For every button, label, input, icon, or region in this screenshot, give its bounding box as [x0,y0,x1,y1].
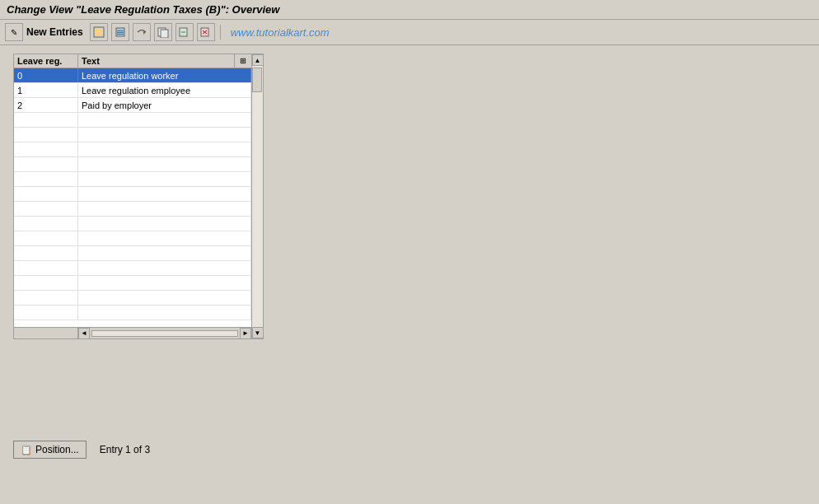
empty-row [14,291,251,306]
table-wrapper: Leave reg. Text ⊞ 0 Leave regulation wor… [13,54,806,339]
title-bar: Change View "Leave Regulation Taxes (B)"… [0,0,819,20]
toolbar-btn1[interactable] [90,23,108,41]
empty-row [14,142,251,157]
toolbar-separator [220,25,221,40]
table-body: 0 Leave regulation worker 1 Leave regula… [14,68,251,327]
bottom-controls: 📋 Position... Entry 1 of 3 [13,441,150,459]
position-button[interactable]: 📋 Position... [13,441,87,459]
table-row[interactable]: 2 Paid by employer [14,98,251,113]
scroll-up-btn[interactable]: ▲ [252,54,264,66]
cell-leave-reg-2: 2 [14,98,78,112]
table-row[interactable]: 0 Leave regulation worker [14,68,251,83]
header-text: Text [78,54,235,68]
empty-rows [14,113,251,327]
horizontal-scrollbar[interactable]: ◄ ► [14,327,251,338]
cell-leave-reg-1: 1 [14,83,78,97]
empty-row [14,261,251,276]
header-icon: ⊞ [235,54,251,68]
table-row[interactable]: 1 Leave regulation employee [14,83,251,98]
empty-row [14,231,251,246]
toolbar-btn3[interactable] [133,23,151,41]
svg-rect-8 [161,30,168,38]
empty-row [14,246,251,261]
svg-rect-5 [117,34,124,35]
scroll-right-btn[interactable]: ► [240,328,251,339]
toolbar-btn4[interactable] [154,23,172,41]
empty-row [14,276,251,291]
empty-row [14,217,251,231]
position-btn-label: Position... [35,444,79,455]
data-table: Leave reg. Text ⊞ 0 Leave regulation wor… [13,54,252,339]
h-scrollbar-track[interactable] [91,330,238,337]
svg-rect-3 [117,30,124,31]
toolbar-btn5[interactable] [176,23,194,41]
position-btn-icon: 📋 [21,445,32,455]
table-header: Leave reg. Text ⊞ [14,54,251,68]
page-title: Change View "Leave Regulation Taxes (B)"… [7,3,279,16]
main-content: Leave reg. Text ⊞ 0 Leave regulation wor… [0,45,819,483]
v-scrollbar-track[interactable] [252,66,263,327]
empty-row [14,306,251,320]
cell-text-0: Leave regulation worker [78,68,251,82]
column-settings-icon[interactable]: ⊞ [240,57,246,65]
empty-row [14,157,251,172]
toolbar-btn6[interactable] [197,23,215,41]
toolbar-btn2[interactable] [111,23,129,41]
vertical-scrollbar[interactable]: ▲ ▼ [252,54,264,339]
empty-row [14,187,251,202]
header-leave-reg: Leave reg. [14,54,78,68]
cell-text-1: Leave regulation employee [78,83,251,97]
toolbar-new-entries-label[interactable]: New Entries [26,26,83,38]
toolbar-edit-icon[interactable]: ✎ [5,23,23,41]
cell-text-2: Paid by employer [78,98,251,112]
empty-row [14,128,251,142]
scroll-down-btn[interactable]: ▼ [252,327,264,338]
empty-row [14,172,251,187]
empty-row [14,113,251,128]
cell-leave-reg-0: 0 [14,68,78,82]
empty-row [14,202,251,217]
scroll-left-btn[interactable]: ◄ [78,328,90,339]
svg-rect-1 [96,29,102,35]
watermark: www.tutorialkart.com [231,26,330,39]
entry-count-label: Entry 1 of 3 [100,444,150,455]
svg-rect-4 [117,32,124,33]
toolbar: ✎ New Entries www.tutorialkart.com [0,20,819,45]
v-scrollbar-thumb[interactable] [252,68,262,92]
